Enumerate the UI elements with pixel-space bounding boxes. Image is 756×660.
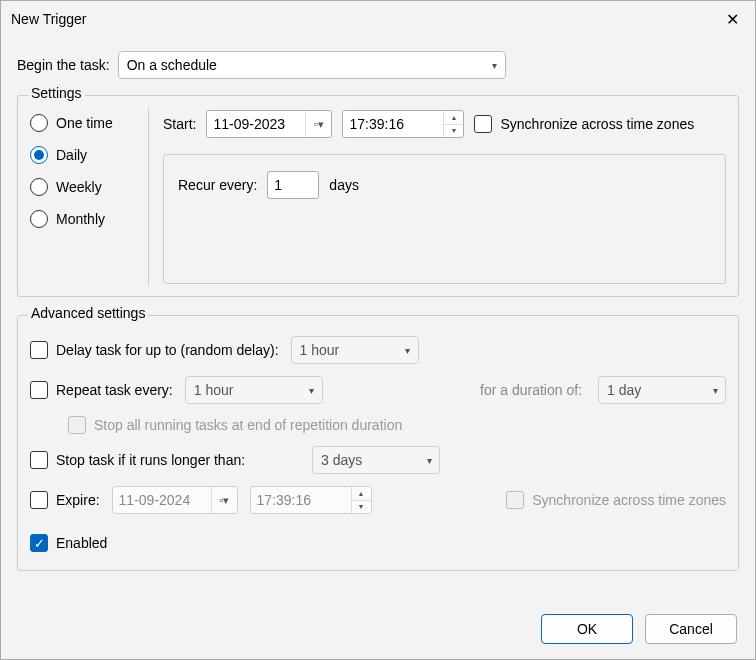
advanced-fieldset: Advanced settings Delay task for up to (… (17, 315, 739, 571)
repeat-value: 1 hour (194, 382, 302, 398)
checkbox-icon (68, 416, 86, 434)
delay-checkbox[interactable]: Delay task for up to (random delay): (30, 341, 279, 359)
radio-monthly[interactable]: Monthly (30, 210, 148, 228)
stop-all-checkbox: Stop all running tasks at end of repetit… (68, 416, 402, 434)
checkbox-icon (30, 341, 48, 359)
radio-label: Monthly (56, 211, 105, 227)
radio-icon (30, 210, 48, 228)
recur-label-pre: Recur every: (178, 177, 257, 193)
stop-all-label: Stop all running tasks at end of repetit… (94, 417, 402, 433)
expire-checkbox[interactable]: Expire: (30, 491, 100, 509)
expire-date-value: 11-09-2024 (113, 492, 211, 508)
stop-if-combo[interactable]: 3 days ▾ (312, 446, 440, 474)
time-spinner[interactable]: ▲ ▼ (351, 487, 371, 513)
cancel-label: Cancel (669, 621, 713, 637)
spinner-up-icon[interactable]: ▲ (444, 111, 463, 125)
settings-legend: Settings (28, 85, 85, 101)
repeat-row: Repeat task every: 1 hour ▾ for a durati… (30, 376, 726, 404)
sync-tz-label: Synchronize across time zones (500, 116, 694, 132)
expire-time-input[interactable]: 17:39:16 ▲ ▼ (250, 486, 372, 514)
begin-task-label: Begin the task: (17, 57, 110, 73)
stop-all-row: Stop all running tasks at end of repetit… (68, 416, 726, 434)
chevron-down-icon: ▾ (485, 60, 505, 71)
recur-value: 1 (274, 177, 282, 193)
start-time-value: 17:39:16 (343, 116, 443, 132)
checkbox-icon (30, 451, 48, 469)
radio-label: Weekly (56, 179, 102, 195)
begin-task-row: Begin the task: On a schedule ▾ (17, 51, 739, 79)
new-trigger-dialog: New Trigger ✕ Begin the task: On a sched… (0, 0, 756, 660)
checkbox-icon: ✓ (30, 534, 48, 552)
expire-sync-checkbox: Synchronize across time zones (506, 491, 726, 509)
start-label: Start: (163, 116, 196, 132)
frequency-radios: One time Daily Weekly Monthly (30, 110, 148, 284)
delay-combo[interactable]: 1 hour ▾ (291, 336, 419, 364)
chevron-down-icon: ▾ (419, 455, 439, 466)
recur-row: Recur every: 1 days (178, 171, 711, 199)
calendar-dropdown-icon[interactable]: ▫▾ (305, 111, 331, 137)
enabled-label: Enabled (56, 535, 107, 551)
radio-icon (30, 178, 48, 196)
start-row: Start: 11-09-2023 ▫▾ 17:39:16 ▲ ▼ (163, 110, 726, 138)
titlebar: New Trigger ✕ (1, 1, 755, 37)
sync-tz-checkbox[interactable]: Synchronize across time zones (474, 115, 694, 133)
radio-label: One time (56, 115, 113, 131)
radio-one-time[interactable]: One time (30, 114, 148, 132)
stop-if-value: 3 days (321, 452, 419, 468)
close-icon: ✕ (726, 10, 739, 29)
radio-icon (30, 146, 48, 164)
stop-if-label: Stop task if it runs longer than: (56, 452, 245, 468)
cancel-button[interactable]: Cancel (645, 614, 737, 644)
expire-date-input[interactable]: 11-09-2024 ▫▾ (112, 486, 238, 514)
recur-value-input[interactable]: 1 (267, 171, 319, 199)
stop-if-checkbox[interactable]: Stop task if it runs longer than: (30, 451, 245, 469)
dialog-content: Begin the task: On a schedule ▾ Settings… (1, 37, 755, 599)
delay-label: Delay task for up to (random delay): (56, 342, 279, 358)
repeat-duration-combo[interactable]: 1 day ▾ (598, 376, 726, 404)
ok-label: OK (577, 621, 597, 637)
chevron-down-icon: ▾ (705, 385, 725, 396)
spinner-down-icon[interactable]: ▼ (352, 501, 371, 514)
expire-sync-label: Synchronize across time zones (532, 492, 726, 508)
spinner-down-icon[interactable]: ▼ (444, 125, 463, 138)
advanced-body: Delay task for up to (random delay): 1 h… (30, 330, 726, 552)
checkbox-icon (30, 381, 48, 399)
delay-row: Delay task for up to (random delay): 1 h… (30, 336, 726, 364)
delay-value: 1 hour (300, 342, 398, 358)
checkbox-icon (30, 491, 48, 509)
enabled-row: ✓ Enabled (30, 534, 726, 552)
stop-if-row: Stop task if it runs longer than: 3 days… (30, 446, 726, 474)
expire-row: Expire: 11-09-2024 ▫▾ 17:39:16 ▲ ▼ (30, 486, 726, 514)
expire-time-value: 17:39:16 (251, 492, 351, 508)
divider (148, 108, 149, 286)
close-button[interactable]: ✕ (709, 1, 755, 37)
chevron-down-icon: ▾ (302, 385, 322, 396)
repeat-duration-label: for a duration of: (480, 382, 582, 398)
radio-icon (30, 114, 48, 132)
settings-fieldset: Settings One time Daily Weekly (17, 95, 739, 297)
start-date-value: 11-09-2023 (207, 116, 305, 132)
time-spinner[interactable]: ▲ ▼ (443, 111, 463, 137)
enabled-checkbox[interactable]: ✓ Enabled (30, 534, 107, 552)
repeat-combo[interactable]: 1 hour ▾ (185, 376, 323, 404)
calendar-dropdown-icon[interactable]: ▫▾ (211, 487, 237, 513)
recur-box: Recur every: 1 days (163, 154, 726, 284)
radio-label: Daily (56, 147, 87, 163)
ok-button[interactable]: OK (541, 614, 633, 644)
repeat-duration-value: 1 day (607, 382, 705, 398)
recur-label-post: days (329, 177, 359, 193)
start-date-input[interactable]: 11-09-2023 ▫▾ (206, 110, 332, 138)
spinner-up-icon[interactable]: ▲ (352, 487, 371, 501)
settings-body: One time Daily Weekly Monthly (30, 110, 726, 284)
chevron-down-icon: ▾ (398, 345, 418, 356)
checkbox-icon (474, 115, 492, 133)
dialog-footer: OK Cancel (1, 599, 755, 659)
expire-label: Expire: (56, 492, 100, 508)
advanced-legend: Advanced settings (28, 305, 148, 321)
window-title: New Trigger (11, 11, 709, 27)
radio-weekly[interactable]: Weekly (30, 178, 148, 196)
begin-task-combo[interactable]: On a schedule ▾ (118, 51, 506, 79)
radio-daily[interactable]: Daily (30, 146, 148, 164)
start-time-input[interactable]: 17:39:16 ▲ ▼ (342, 110, 464, 138)
repeat-checkbox[interactable]: Repeat task every: (30, 381, 173, 399)
